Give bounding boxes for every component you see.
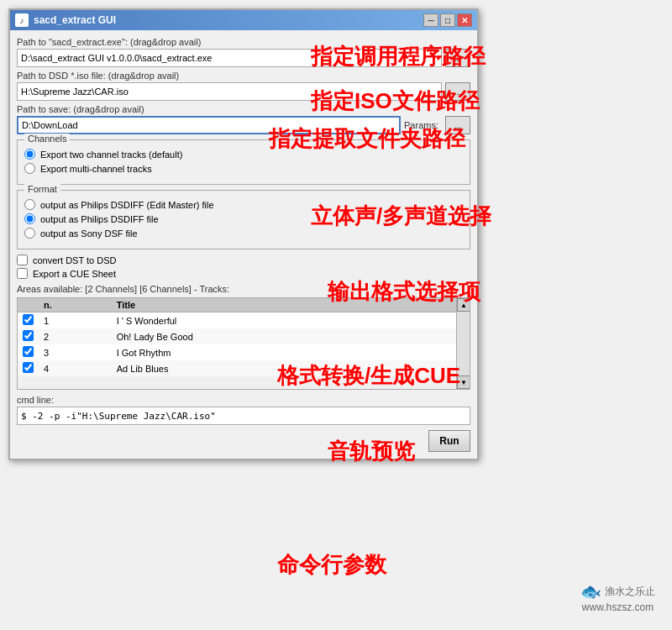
- exe-row: ...: [17, 49, 470, 67]
- iso-input[interactable]: [17, 82, 442, 101]
- watermark: 🐟 渔水之乐止 www.hszsz.com: [580, 581, 655, 613]
- exe-label: Path to "sacd_extract.exe": (drag&drop a…: [17, 37, 470, 47]
- watermark-fish-icon: 🐟: [580, 581, 601, 601]
- tracks-container: n. Title 1 I ' S Wonderful 2 Oh! Lady Be…: [17, 297, 470, 390]
- export-cue-checkbox[interactable]: [17, 268, 28, 279]
- format-label-1: output as Philips DSDIFF file: [40, 214, 159, 224]
- save-section: Path to save: (drag&drop avail) Params: …: [17, 104, 470, 134]
- scroll-down-arrow[interactable]: ▼: [457, 375, 470, 389]
- cmd-section: cmd line:: [17, 395, 470, 425]
- table-row[interactable]: 1 I ' S Wonderful: [18, 312, 456, 329]
- export-cue-label: Export a CUE Sheet: [33, 269, 116, 279]
- tracks-col-title: Title: [112, 298, 456, 312]
- format-radio-0[interactable]: [24, 199, 35, 210]
- track-n-2: 3: [39, 344, 112, 360]
- track-checkbox-0[interactable]: [23, 314, 34, 325]
- main-window: ♪ sacd_extract GUI ─ □ ✕ Path to "sacd_e…: [8, 8, 479, 460]
- convert-dst-row[interactable]: convert DST to DSD: [17, 255, 470, 265]
- tracks-scrollbar[interactable]: ▲ ▼: [456, 298, 470, 389]
- exe-browse-button[interactable]: ...: [445, 49, 470, 67]
- save-browse-button[interactable]: ...: [445, 116, 470, 134]
- channels-option-1[interactable]: Export multi-channel tracks: [24, 163, 463, 174]
- table-row[interactable]: 3 I Got Rhythm: [18, 344, 456, 360]
- exe-section: Path to "sacd_extract.exe": (drag&drop a…: [17, 37, 470, 67]
- track-checkbox-2[interactable]: [23, 346, 34, 357]
- track-title-3: Ad Lib Blues: [112, 360, 456, 376]
- tracks-col-check: [18, 298, 39, 312]
- run-button[interactable]: Run: [428, 430, 470, 452]
- channels-radio-0[interactable]: [24, 149, 35, 160]
- channels-label-0: Export two channel tracks (default): [40, 150, 182, 160]
- ann-cmd: 命令行参数: [277, 550, 386, 580]
- maximize-button[interactable]: □: [440, 13, 455, 27]
- tracks-section: Areas available: [2 Channels] [6 Channel…: [17, 284, 470, 390]
- format-label-0: output as Philips DSDIFF (Edit Master) f…: [40, 200, 214, 210]
- exe-input[interactable]: [17, 49, 442, 67]
- save-input[interactable]: [17, 116, 401, 134]
- save-row: Params: ...: [17, 116, 470, 134]
- format-radio-1[interactable]: [24, 213, 35, 224]
- channels-group: Channels Export two channel tracks (defa…: [17, 139, 470, 185]
- format-title: Format: [24, 184, 60, 194]
- export-cue-row[interactable]: Export a CUE Sheet: [17, 268, 470, 279]
- title-bar-left: ♪ sacd_extract GUI: [15, 13, 116, 27]
- track-title-0: I ' S Wonderful: [112, 312, 456, 329]
- iso-row: ...: [17, 82, 470, 101]
- convert-dst-label: convert DST to DSD: [33, 255, 116, 265]
- format-option-1[interactable]: output as Philips DSDIFF file: [24, 213, 463, 224]
- channels-label-1: Export multi-channel tracks: [40, 164, 152, 174]
- tracks-label: Areas available: [2 Channels] [6 Channel…: [17, 284, 470, 294]
- minimize-button[interactable]: ─: [423, 13, 438, 27]
- cmd-label: cmd line:: [17, 395, 470, 405]
- app-icon: ♪: [15, 13, 29, 27]
- format-label-2: output as Sony DSF file: [40, 228, 138, 239]
- title-buttons: ─ □ ✕: [423, 13, 472, 27]
- watermark-logo: 🐟 渔水之乐止: [580, 581, 655, 601]
- tracks-table: n. Title 1 I ' S Wonderful 2 Oh! Lady Be…: [18, 298, 456, 376]
- tracks-col-n: n.: [39, 298, 112, 312]
- track-checkbox-1[interactable]: [23, 330, 34, 341]
- format-option-2[interactable]: output as Sony DSF file: [24, 228, 463, 239]
- channels-title: Channels: [24, 134, 70, 144]
- watermark-text: 渔水之乐止: [605, 585, 655, 599]
- format-group: Format output as Philips DSDIFF (Edit Ma…: [17, 190, 470, 249]
- table-row[interactable]: 2 Oh! Lady Be Good: [18, 328, 456, 344]
- track-title-1: Oh! Lady Be Good: [112, 328, 456, 344]
- save-label: Path to save: (drag&drop avail): [17, 104, 470, 114]
- iso-section: Path to DSD *.iso file: (drag&drop avail…: [17, 71, 470, 101]
- window-title: sacd_extract GUI: [34, 14, 116, 26]
- convert-dst-checkbox[interactable]: [17, 255, 28, 265]
- track-checkbox-3[interactable]: [23, 362, 34, 373]
- format-option-0[interactable]: output as Philips DSDIFF (Edit Master) f…: [24, 199, 463, 210]
- cmd-input[interactable]: [17, 407, 470, 425]
- bottom-row: Run: [17, 430, 470, 452]
- track-n-3: 4: [39, 360, 112, 376]
- params-label: Params:: [404, 120, 442, 130]
- track-title-2: I Got Rhythm: [112, 344, 456, 360]
- content-area: Path to "sacd_extract.exe": (drag&drop a…: [10, 30, 477, 459]
- close-button[interactable]: ✕: [457, 13, 472, 27]
- table-row[interactable]: 4 Ad Lib Blues: [18, 360, 456, 376]
- iso-label: Path to DSD *.iso file: (drag&drop avail…: [17, 71, 470, 81]
- iso-browse-button[interactable]: ...: [445, 82, 470, 101]
- channels-option-0[interactable]: Export two channel tracks (default): [24, 149, 463, 160]
- watermark-site: www.hszsz.com: [580, 601, 655, 613]
- format-radio-2[interactable]: [24, 228, 35, 239]
- title-bar: ♪ sacd_extract GUI ─ □ ✕: [10, 10, 477, 30]
- track-n-0: 1: [39, 312, 112, 329]
- scroll-up-arrow[interactable]: ▲: [457, 298, 470, 312]
- channels-radio-1[interactable]: [24, 163, 35, 174]
- track-n-1: 2: [39, 328, 112, 344]
